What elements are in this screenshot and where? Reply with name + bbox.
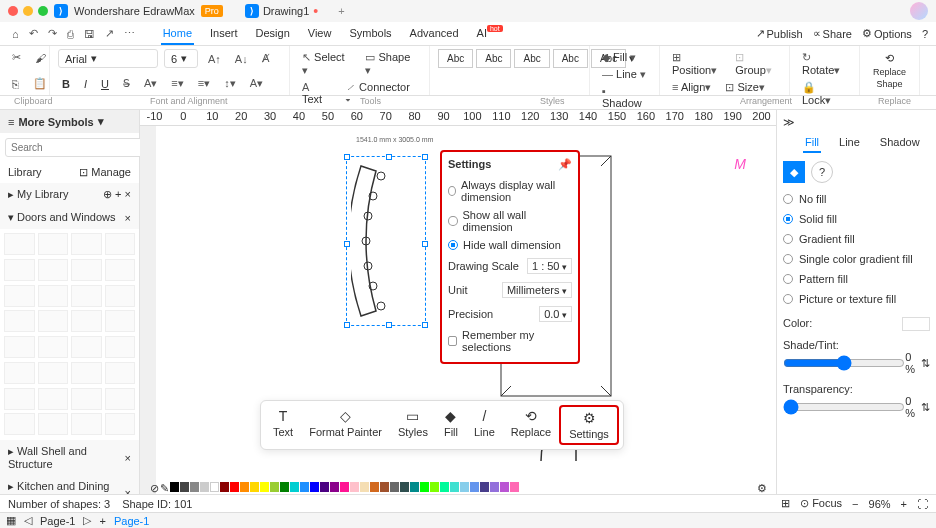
style-2[interactable]: Abc: [476, 49, 511, 68]
symbol[interactable]: [105, 285, 136, 307]
replace-shape-btn[interactable]: ⟲Replace Shape: [868, 52, 911, 89]
ft-line[interactable]: /Line: [466, 405, 503, 445]
opt-hide[interactable]: Hide wall dimension: [448, 236, 572, 254]
symbol[interactable]: [38, 233, 69, 255]
share-button[interactable]: ∝ Share: [813, 27, 852, 40]
symbol[interactable]: [105, 233, 136, 255]
tab-design[interactable]: Design: [254, 23, 292, 45]
symbol[interactable]: [71, 413, 102, 435]
spacing[interactable]: ↕▾: [220, 75, 240, 92]
ft-text[interactable]: TText: [265, 405, 301, 445]
text-tool[interactable]: A Text: [298, 79, 335, 107]
symbol[interactable]: [38, 336, 69, 358]
opt-gradient[interactable]: Gradient fill: [783, 229, 930, 249]
search-input[interactable]: [5, 138, 144, 157]
canvas-area[interactable]: -100102030405060708090100110120130140150…: [140, 110, 776, 510]
color-swatch[interactable]: [902, 317, 930, 331]
tab-ai[interactable]: AIhot: [475, 23, 505, 45]
symbol[interactable]: [71, 233, 102, 255]
strike[interactable]: S̶: [119, 75, 134, 92]
symbol[interactable]: [71, 285, 102, 307]
symbol[interactable]: [4, 388, 35, 410]
no-color-icon[interactable]: ⊘: [150, 482, 159, 492]
zoom-level[interactable]: 96%: [869, 498, 891, 510]
more-icon[interactable]: ⋯: [120, 25, 139, 42]
rotate-btn[interactable]: ↻ Rotate▾: [798, 49, 851, 79]
prev-page[interactable]: ◁: [24, 514, 32, 527]
arc-door-shape[interactable]: [351, 161, 421, 321]
scale-select[interactable]: 1 : 50 ▾: [527, 258, 572, 274]
new-tab-button[interactable]: +: [338, 5, 344, 17]
next-page[interactable]: ▷: [83, 514, 91, 527]
eyedropper-icon[interactable]: ✎: [160, 482, 169, 492]
symbol[interactable]: [4, 285, 35, 307]
opt-nofill[interactable]: No fill: [783, 189, 930, 209]
section-wall[interactable]: ▸ Wall Shell and Structure×: [0, 440, 139, 475]
symbol[interactable]: [105, 336, 136, 358]
symbol[interactable]: [38, 388, 69, 410]
tab-advanced[interactable]: Advanced: [408, 23, 461, 45]
focus-btn[interactable]: ⊙ Focus: [800, 497, 842, 510]
symbol[interactable]: [71, 388, 102, 410]
opt-showall[interactable]: Show all wall dimension: [448, 206, 572, 236]
opt-picture[interactable]: Picture or texture fill: [783, 289, 930, 309]
style-3[interactable]: Abc: [514, 49, 549, 68]
user-avatar[interactable]: [910, 2, 928, 20]
symbol[interactable]: [4, 259, 35, 281]
document-tab[interactable]: ⟩ Drawing1 •: [237, 1, 326, 21]
cut-icon[interactable]: ✂: [8, 49, 25, 66]
symbol[interactable]: [71, 310, 102, 332]
font-select[interactable]: Arial ▾: [58, 49, 158, 68]
color-palette[interactable]: ⊘✎ ⚙: [150, 480, 766, 494]
symbol[interactable]: [105, 388, 136, 410]
symbol[interactable]: [105, 362, 136, 384]
opt-solid[interactable]: Solid fill: [783, 209, 930, 229]
symbol[interactable]: [71, 259, 102, 281]
collapse-icon[interactable]: ≫: [783, 116, 795, 129]
manage-btn[interactable]: ⊡ Manage: [79, 166, 131, 179]
ft-settings[interactable]: ⚙Settings: [559, 405, 619, 445]
rp-tab-line[interactable]: Line: [837, 133, 862, 153]
section-doors[interactable]: ▾ Doors and Windows×: [0, 206, 139, 229]
symbol[interactable]: [105, 413, 136, 435]
size-select[interactable]: 6 ▾: [164, 49, 198, 68]
redo-icon[interactable]: ↷: [44, 25, 61, 42]
gear-icon[interactable]: ⚙: [757, 482, 766, 492]
shape-tool[interactable]: ▭ Shape ▾: [361, 49, 421, 79]
zoom-out[interactable]: −: [852, 498, 858, 510]
clear-format[interactable]: A̸: [258, 50, 274, 67]
rp-tab-fill[interactable]: Fill: [803, 133, 821, 153]
export-icon[interactable]: ↗: [101, 25, 118, 42]
ft-styles[interactable]: ▭Styles: [390, 405, 436, 445]
home-icon[interactable]: ⌂: [8, 26, 23, 42]
trans-slider[interactable]: [783, 399, 905, 415]
opt-pattern[interactable]: Pattern fill: [783, 269, 930, 289]
symbol[interactable]: [4, 336, 35, 358]
underline[interactable]: U: [97, 76, 113, 92]
publish-button[interactable]: ↗ Publish: [756, 27, 803, 40]
font-color[interactable]: A▾: [140, 75, 161, 92]
shade-slider[interactable]: [783, 355, 905, 371]
symbol[interactable]: [38, 413, 69, 435]
paste-icon[interactable]: 📋: [29, 75, 51, 92]
remember-check[interactable]: Remember my selections: [448, 326, 572, 356]
pin-icon[interactable]: 📌: [558, 158, 572, 171]
page-indicator[interactable]: Page-1: [114, 515, 149, 527]
select-tool[interactable]: ↖ Select ▾: [298, 49, 355, 79]
symbol[interactable]: [4, 233, 35, 255]
copy-icon[interactable]: ⎘: [8, 76, 23, 92]
decrease-font[interactable]: A↓: [231, 51, 252, 67]
opt-single[interactable]: Single color gradient fill: [783, 249, 930, 269]
bold[interactable]: B: [58, 76, 74, 92]
style-4[interactable]: Abc: [553, 49, 588, 68]
symbol[interactable]: [71, 362, 102, 384]
position-btn[interactable]: ⊞ Position▾: [668, 49, 725, 79]
highlight[interactable]: A▾: [246, 75, 267, 92]
symbol[interactable]: [38, 285, 69, 307]
ft-fill[interactable]: ◆Fill: [436, 405, 466, 445]
tab-symbols[interactable]: Symbols: [347, 23, 393, 45]
italic[interactable]: I: [80, 76, 91, 92]
more-symbols-btn[interactable]: ≡ More Symbols ▾: [0, 110, 139, 133]
fill-tool-icon[interactable]: ◆: [783, 161, 805, 183]
undo-icon[interactable]: ↶: [25, 25, 42, 42]
